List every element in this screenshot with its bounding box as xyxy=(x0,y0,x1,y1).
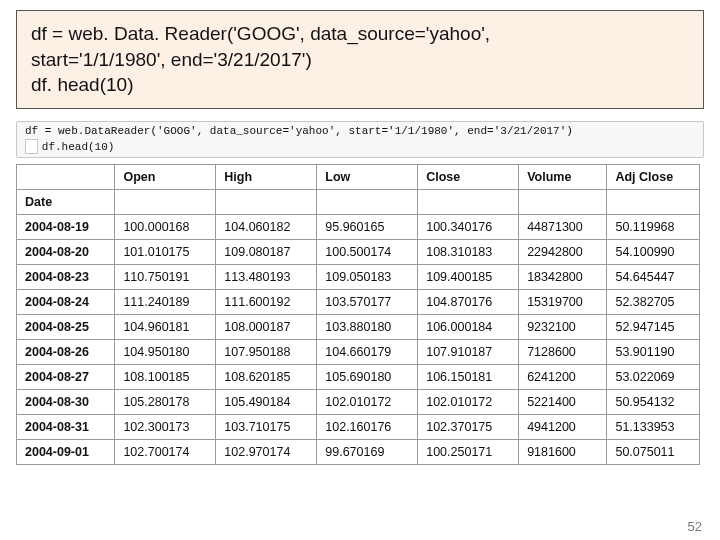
code-line-1: df = web.DataReader('GOOG', data_source=… xyxy=(25,125,573,137)
cell: 50.075011 xyxy=(607,439,700,464)
cell: 15319700 xyxy=(519,289,607,314)
cell: 109.050183 xyxy=(317,264,418,289)
cell: 102.970174 xyxy=(216,439,317,464)
cell: 104.950180 xyxy=(115,339,216,364)
table-row: 2004-08-20 101.010175 109.080187 100.500… xyxy=(17,239,700,264)
row-index: 2004-08-19 xyxy=(17,214,115,239)
cell: 44871300 xyxy=(519,214,607,239)
table-row: 2004-08-25 104.960181 108.000187 103.880… xyxy=(17,314,700,339)
page-number: 52 xyxy=(688,519,702,534)
in-prompt-bracket xyxy=(25,139,38,155)
cell: 52.947145 xyxy=(607,314,700,339)
cell: 113.480193 xyxy=(216,264,317,289)
cell: 107.950188 xyxy=(216,339,317,364)
blank-header xyxy=(216,189,317,214)
row-index: 2004-08-25 xyxy=(17,314,115,339)
cell: 102.700174 xyxy=(115,439,216,464)
slide: df = web. Data. Reader('GOOG', data_sour… xyxy=(0,0,720,540)
table-corner xyxy=(17,164,115,189)
cell: 52.382705 xyxy=(607,289,700,314)
blank-header xyxy=(115,189,216,214)
blank-header xyxy=(418,189,519,214)
cell: 104.660179 xyxy=(317,339,418,364)
cell: 95.960165 xyxy=(317,214,418,239)
cell: 51.133953 xyxy=(607,414,700,439)
cell: 102.370175 xyxy=(418,414,519,439)
cell: 101.010175 xyxy=(115,239,216,264)
banner-line-1: df = web. Data. Reader('GOOG', data_sour… xyxy=(31,21,689,47)
row-index: 2004-08-26 xyxy=(17,339,115,364)
cell: 109.080187 xyxy=(216,239,317,264)
cell: 102.300173 xyxy=(115,414,216,439)
blank-header xyxy=(519,189,607,214)
col-header: Volume xyxy=(519,164,607,189)
table-index-name-row: Date xyxy=(17,189,700,214)
cell: 111.240189 xyxy=(115,289,216,314)
row-index: 2004-09-01 xyxy=(17,439,115,464)
code-cell: df = web.DataReader('GOOG', data_source=… xyxy=(16,121,704,158)
cell: 7128600 xyxy=(519,339,607,364)
cell: 54.100990 xyxy=(607,239,700,264)
blank-header xyxy=(607,189,700,214)
cell: 100.250171 xyxy=(418,439,519,464)
table-row: 2004-08-30 105.280178 105.490184 102.010… xyxy=(17,389,700,414)
table-row: 2004-08-24 111.240189 111.600192 103.570… xyxy=(17,289,700,314)
table-row: 2004-09-01 102.700174 102.970174 99.6701… xyxy=(17,439,700,464)
col-header: Low xyxy=(317,164,418,189)
banner-line-3: df. head(10) xyxy=(31,72,689,98)
blank-header xyxy=(317,189,418,214)
cell: 108.000187 xyxy=(216,314,317,339)
cell: 18342800 xyxy=(519,264,607,289)
title-banner: df = web. Data. Reader('GOOG', data_sour… xyxy=(16,10,704,109)
cell: 102.160176 xyxy=(317,414,418,439)
cell: 53.901190 xyxy=(607,339,700,364)
col-header: Close xyxy=(418,164,519,189)
row-index: 2004-08-27 xyxy=(17,364,115,389)
cell: 104.960181 xyxy=(115,314,216,339)
col-header: High xyxy=(216,164,317,189)
cell: 104.060182 xyxy=(216,214,317,239)
table-row: 2004-08-31 102.300173 103.710175 102.160… xyxy=(17,414,700,439)
cell: 6241200 xyxy=(519,364,607,389)
table-row: 2004-08-23 110.750191 113.480193 109.050… xyxy=(17,264,700,289)
row-index: 2004-08-20 xyxy=(17,239,115,264)
cell: 100.500174 xyxy=(317,239,418,264)
cell: 103.570177 xyxy=(317,289,418,314)
cell: 103.880180 xyxy=(317,314,418,339)
dataframe-output: Open High Low Close Volume Adj Close Dat… xyxy=(16,164,704,465)
cell: 108.100185 xyxy=(115,364,216,389)
row-index: 2004-08-31 xyxy=(17,414,115,439)
cell: 105.690180 xyxy=(317,364,418,389)
cell: 50.954132 xyxy=(607,389,700,414)
cell: 105.280178 xyxy=(115,389,216,414)
cell: 9232100 xyxy=(519,314,607,339)
cell: 5221400 xyxy=(519,389,607,414)
table-row: 2004-08-27 108.100185 108.620185 105.690… xyxy=(17,364,700,389)
cell: 111.600192 xyxy=(216,289,317,314)
cell: 99.670169 xyxy=(317,439,418,464)
cell: 109.400185 xyxy=(418,264,519,289)
cell: 102.010172 xyxy=(317,389,418,414)
index-name: Date xyxy=(17,189,115,214)
cell: 22942800 xyxy=(519,239,607,264)
cell: 108.310183 xyxy=(418,239,519,264)
cell: 103.710175 xyxy=(216,414,317,439)
table-header-row: Open High Low Close Volume Adj Close xyxy=(17,164,700,189)
cell: 106.150181 xyxy=(418,364,519,389)
cell: 4941200 xyxy=(519,414,607,439)
code-line-2: df.head(10) xyxy=(42,141,115,153)
cell: 104.870176 xyxy=(418,289,519,314)
col-header: Adj Close xyxy=(607,164,700,189)
cell: 105.490184 xyxy=(216,389,317,414)
cell: 110.750191 xyxy=(115,264,216,289)
table-row: 2004-08-26 104.950180 107.950188 104.660… xyxy=(17,339,700,364)
cell: 100.340176 xyxy=(418,214,519,239)
row-index: 2004-08-23 xyxy=(17,264,115,289)
banner-line-2: start='1/1/1980', end='3/21/2017') xyxy=(31,47,689,73)
cell: 53.022069 xyxy=(607,364,700,389)
row-index: 2004-08-24 xyxy=(17,289,115,314)
cell: 108.620185 xyxy=(216,364,317,389)
cell: 102.010172 xyxy=(418,389,519,414)
cell: 50.119968 xyxy=(607,214,700,239)
cell: 9181600 xyxy=(519,439,607,464)
